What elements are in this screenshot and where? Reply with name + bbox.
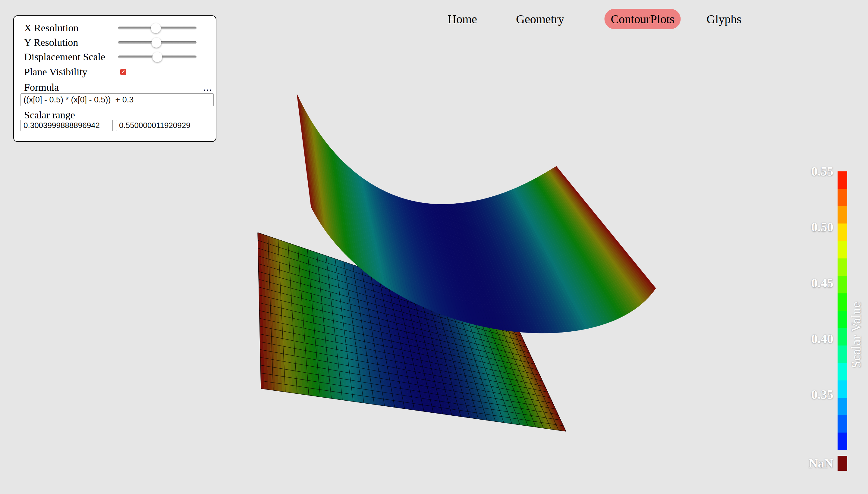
legend-title: Scalar Value xyxy=(848,302,864,368)
legend-tick-label: 0.45 xyxy=(782,276,833,290)
legend-band xyxy=(837,259,847,276)
legend-band xyxy=(837,345,847,363)
legend-band xyxy=(837,311,847,328)
legend-nan-swatch xyxy=(837,456,847,471)
legend-band xyxy=(837,171,847,189)
legend-tick-label: 0.55 xyxy=(782,164,833,178)
legend-colorbar xyxy=(837,171,847,450)
legend-band xyxy=(837,380,847,398)
legend-band xyxy=(837,189,847,206)
viewport-3d[interactable] xyxy=(0,0,868,494)
legend-nan-label: NaN xyxy=(782,456,833,471)
legend-band xyxy=(837,415,847,433)
legend-band xyxy=(837,241,847,259)
legend-band xyxy=(837,293,847,311)
legend-tick-label: 0.40 xyxy=(782,331,833,346)
legend-tick-label: 0.50 xyxy=(782,220,833,234)
legend-band xyxy=(837,433,847,450)
legend-band xyxy=(837,328,847,345)
legend-tick-label: 0.35 xyxy=(782,387,833,402)
legend-band xyxy=(837,206,847,224)
legend-band xyxy=(837,224,847,241)
legend-band xyxy=(837,276,847,293)
legend-band xyxy=(837,363,847,380)
legend-band xyxy=(837,398,847,415)
